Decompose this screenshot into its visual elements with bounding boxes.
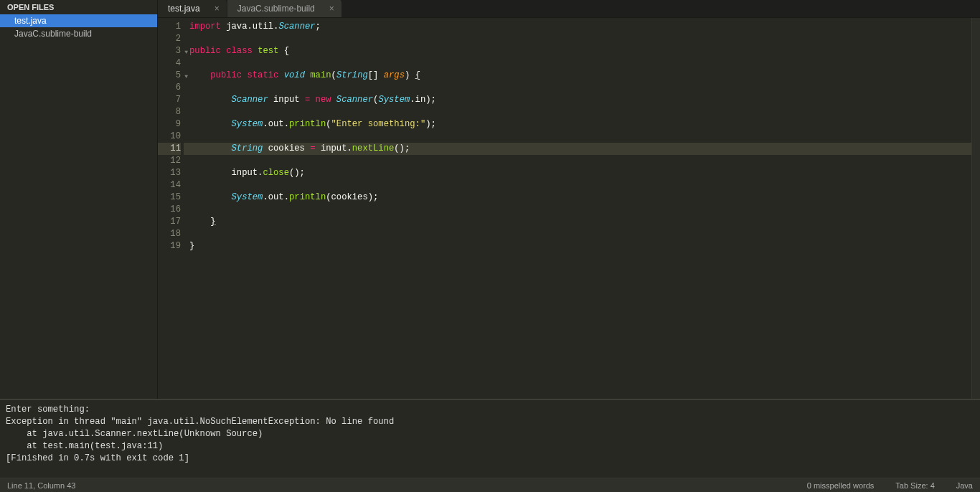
line-number[interactable]: 8 — [158, 106, 181, 118]
code-line[interactable]: } — [189, 240, 971, 252]
tab-label: test.java — [168, 4, 200, 14]
line-number[interactable]: 4 — [158, 57, 181, 70]
close-icon[interactable]: × — [215, 4, 220, 14]
close-icon[interactable]: × — [329, 4, 334, 14]
status-tabsize[interactable]: Tab Size: 4 — [895, 481, 934, 490]
code-content[interactable]: import java.util.Scanner;public class te… — [184, 18, 971, 399]
code-line[interactable] — [189, 82, 971, 94]
line-number[interactable]: 7 — [158, 94, 181, 106]
code-line[interactable]: import java.util.Scanner; — [189, 21, 971, 33]
sidebar-item[interactable]: JavaC.sublime-build — [0, 27, 157, 40]
status-position[interactable]: Line 11, Column 43 — [7, 481, 75, 490]
code-line[interactable]: System.out.println(cookies); — [189, 191, 971, 204]
status-language[interactable]: Java — [956, 481, 973, 490]
line-number[interactable]: 12 — [158, 155, 181, 167]
sidebar-item[interactable]: test.java — [0, 14, 157, 27]
line-number[interactable]: 9 — [158, 118, 181, 131]
tab-label: JavaC.sublime-build — [237, 4, 315, 14]
code-line[interactable]: Scanner input = new Scanner(System.in); — [189, 94, 971, 106]
code-line[interactable]: public class test { — [189, 45, 971, 57]
code-line[interactable] — [189, 106, 971, 118]
code-line[interactable] — [189, 179, 971, 191]
editor-tab[interactable]: test.java× — [158, 0, 227, 17]
sidebar-header: OPEN FILES — [0, 0, 157, 14]
code-line[interactable]: String cookies = input.nextLine(); — [184, 143, 971, 155]
build-output-panel[interactable]: Enter something: Exception in thread "ma… — [0, 399, 980, 478]
editor-pane: test.java×JavaC.sublime-build× 123▼45▼67… — [158, 0, 980, 399]
code-line[interactable]: public static void main(String[] args) { — [189, 70, 971, 82]
line-number[interactable]: 19 — [158, 240, 181, 252]
statusbar: Line 11, Column 43 0 misspelled words Ta… — [0, 478, 980, 492]
tab-bar: test.java×JavaC.sublime-build× — [158, 0, 980, 18]
line-number[interactable]: 1 — [158, 21, 181, 33]
code-area[interactable]: 123▼45▼678910111213141516171819 import j… — [158, 18, 980, 399]
line-number[interactable]: 18 — [158, 228, 181, 240]
code-line[interactable] — [189, 57, 971, 70]
line-number[interactable]: 17 — [158, 216, 181, 228]
line-number[interactable]: 15 — [158, 191, 181, 204]
line-number[interactable]: 6 — [158, 82, 181, 94]
sidebar: OPEN FILES test.javaJavaC.sublime-build — [0, 0, 158, 399]
line-number[interactable]: 16 — [158, 204, 181, 216]
code-line[interactable] — [189, 131, 971, 143]
code-line[interactable]: } — [189, 216, 971, 228]
line-number[interactable]: 5▼ — [158, 70, 181, 82]
line-number[interactable]: 14 — [158, 179, 181, 191]
editor-tab[interactable]: JavaC.sublime-build× — [227, 0, 342, 17]
code-line[interactable] — [189, 155, 971, 167]
code-line[interactable] — [189, 33, 971, 45]
vertical-scrollbar[interactable] — [971, 18, 980, 399]
status-spell[interactable]: 0 misspelled words — [807, 481, 875, 490]
code-line[interactable] — [189, 204, 971, 216]
line-number[interactable]: 3▼ — [158, 45, 181, 57]
code-line[interactable] — [189, 228, 971, 240]
line-number[interactable]: 10 — [158, 131, 181, 143]
line-number[interactable]: 2 — [158, 33, 181, 45]
gutter: 123▼45▼678910111213141516171819 — [158, 18, 184, 399]
code-line[interactable]: input.close(); — [189, 167, 971, 179]
line-number[interactable]: 13 — [158, 167, 181, 179]
code-line[interactable]: System.out.println("Enter something:"); — [189, 118, 971, 131]
